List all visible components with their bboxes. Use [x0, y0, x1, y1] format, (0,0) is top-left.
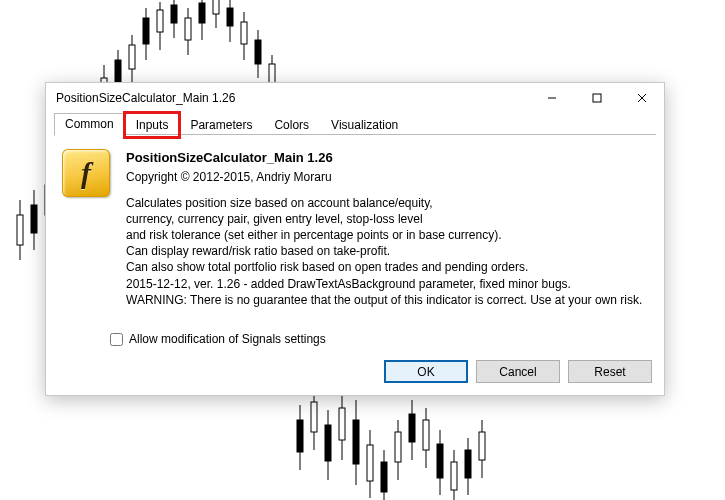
svg-rect-43: [325, 425, 331, 461]
svg-rect-39: [297, 420, 303, 452]
tab-parameters[interactable]: Parameters: [179, 114, 263, 136]
cancel-button[interactable]: Cancel: [476, 360, 560, 383]
svg-rect-35: [255, 40, 261, 64]
svg-rect-17: [129, 45, 135, 69]
tab-inputs[interactable]: Inputs: [125, 114, 180, 136]
svg-rect-27: [199, 3, 205, 23]
svg-rect-21: [157, 10, 163, 32]
indicator-icon: f: [62, 149, 110, 197]
svg-rect-59: [437, 444, 443, 478]
svg-rect-33: [241, 22, 247, 44]
description-text: Calculates position size based on accoun…: [126, 195, 648, 308]
allow-signals-row: Allow modification of Signals settings: [110, 332, 664, 346]
svg-rect-49: [367, 445, 373, 481]
dialog-button-row: OK Cancel Reset: [46, 352, 664, 395]
svg-rect-41: [311, 402, 317, 432]
tab-content-common: f PositionSizeCalculator_Main 1.26 Copyr…: [46, 135, 664, 318]
close-button[interactable]: [619, 84, 664, 113]
copyright-text: Copyright © 2012-2015, Andriy Moraru: [126, 169, 648, 185]
svg-rect-23: [171, 5, 177, 23]
svg-rect-51: [381, 462, 387, 492]
description-line: WARNING: There is no guarantee that the …: [126, 292, 648, 308]
svg-rect-61: [451, 462, 457, 490]
svg-rect-19: [143, 18, 149, 44]
svg-rect-1: [17, 215, 23, 245]
svg-rect-47: [353, 420, 359, 464]
svg-rect-55: [409, 414, 415, 442]
indicator-name: PositionSizeCalculator_Main 1.26: [126, 149, 648, 167]
svg-rect-29: [213, 0, 219, 14]
svg-rect-63: [465, 450, 471, 478]
reset-button[interactable]: Reset: [568, 360, 652, 383]
allow-signals-label[interactable]: Allow modification of Signals settings: [129, 332, 326, 346]
svg-rect-67: [593, 94, 601, 102]
description-line: 2015-12-12, ver. 1.26 - added DrawTextAs…: [126, 276, 648, 292]
svg-rect-65: [479, 432, 485, 460]
svg-rect-25: [185, 18, 191, 40]
svg-rect-3: [31, 205, 37, 233]
description-line: currency, currency pair, given entry lev…: [126, 211, 648, 227]
maximize-button[interactable]: [574, 84, 619, 113]
tab-visualization[interactable]: Visualization: [320, 114, 409, 136]
allow-signals-checkbox[interactable]: [110, 333, 123, 346]
svg-rect-45: [339, 408, 345, 440]
description-line: and risk tolerance (set either in percen…: [126, 227, 648, 243]
tab-colors[interactable]: Colors: [263, 114, 320, 136]
ok-button[interactable]: OK: [384, 360, 468, 383]
indicator-info: PositionSizeCalculator_Main 1.26 Copyrig…: [126, 149, 648, 308]
tab-common[interactable]: Common: [54, 113, 125, 136]
minimize-button[interactable]: [529, 84, 574, 113]
description-line: Can display reward/risk ratio based on t…: [126, 243, 648, 259]
svg-rect-31: [227, 8, 233, 26]
indicator-settings-dialog: PositionSizeCalculator_Main 1.26 CommonI…: [45, 82, 665, 396]
titlebar: PositionSizeCalculator_Main 1.26: [46, 83, 664, 113]
svg-rect-57: [423, 420, 429, 450]
description-line: Can also show total portfolio risk based…: [126, 259, 648, 275]
description-line: Calculates position size based on accoun…: [126, 195, 648, 211]
svg-rect-53: [395, 432, 401, 462]
window-title: PositionSizeCalculator_Main 1.26: [56, 91, 529, 105]
tab-bar: CommonInputsParametersColorsVisualizatio…: [46, 113, 664, 135]
